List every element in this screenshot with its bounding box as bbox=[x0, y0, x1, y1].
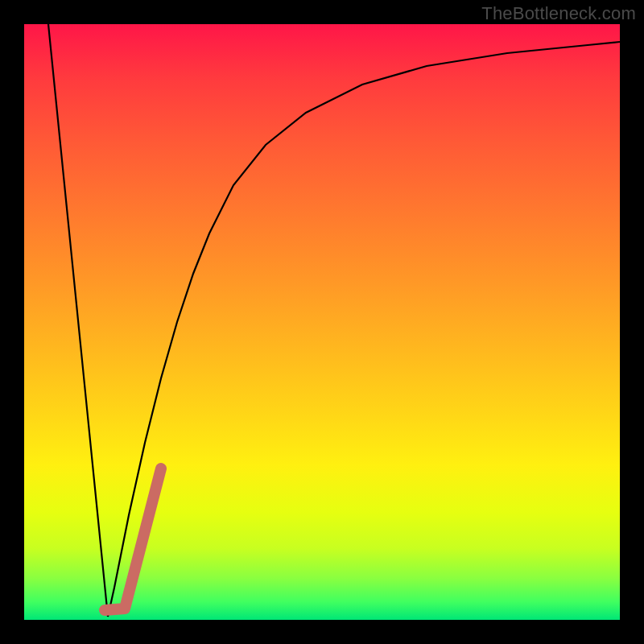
plot-area bbox=[24, 24, 620, 620]
watermark-label: TheBottleneck.com bbox=[481, 3, 636, 24]
curve-layer bbox=[24, 24, 620, 620]
highlight-segment bbox=[105, 469, 161, 610]
chart-frame: TheBottleneck.com bbox=[0, 0, 644, 644]
bottleneck-curve bbox=[48, 24, 620, 617]
